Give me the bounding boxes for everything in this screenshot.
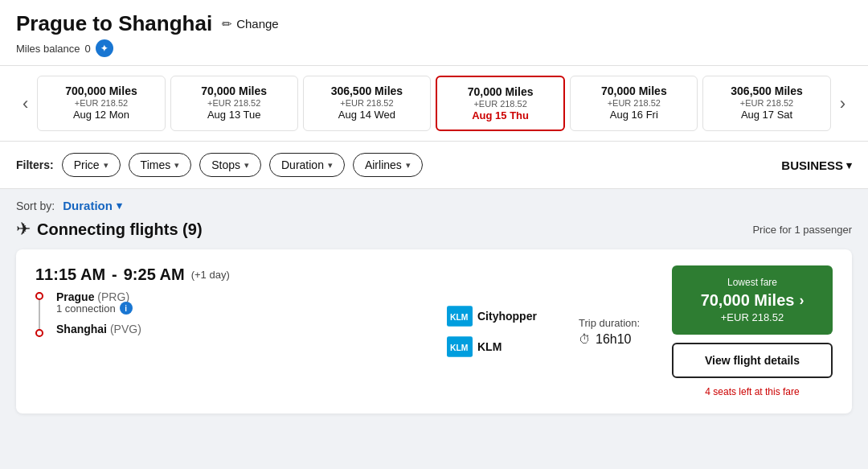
filters-label: Filters: bbox=[16, 158, 54, 171]
date-eur-3: +EUR 218.52 bbox=[444, 99, 557, 109]
price-for-label: Price for 1 passenger bbox=[752, 224, 852, 236]
carousel-next-button[interactable]: › bbox=[833, 90, 852, 117]
flight-times: 11:15 AM - 9:25 AM (+1 day) bbox=[35, 265, 431, 284]
origin-dot bbox=[35, 292, 43, 300]
svg-text:KLM: KLM bbox=[450, 344, 469, 352]
date-eur-1: +EUR 218.52 bbox=[178, 98, 291, 108]
flight-card: 11:15 AM - 9:25 AM (+1 day) Prague (PRG) bbox=[16, 249, 852, 413]
date-card-2[interactable]: 306,500 Miles+EUR 218.52Aug 14 Wed bbox=[303, 76, 431, 131]
filter-label-airlines: Airlines bbox=[365, 158, 402, 171]
class-chevron-icon: ▾ bbox=[846, 159, 852, 171]
date-eur-4: +EUR 218.52 bbox=[577, 98, 690, 108]
filter-label-stops: Stops bbox=[211, 158, 240, 171]
connections-count: 1 connection bbox=[56, 302, 116, 315]
depart-time: 11:15 AM bbox=[35, 265, 105, 284]
carousel-prev-button[interactable]: ‹ bbox=[16, 90, 35, 117]
time-separator: - bbox=[112, 265, 117, 284]
date-eur-5: +EUR 218.52 bbox=[710, 98, 823, 108]
filters-bar: Filters: Price▾Times▾Stops▾Duration▾Airl… bbox=[0, 142, 868, 189]
date-miles-4: 70,000 Miles bbox=[577, 84, 690, 97]
route-line bbox=[39, 300, 40, 329]
sort-chevron-icon: ▾ bbox=[117, 200, 122, 212]
miles-balance-label: Miles balance bbox=[16, 43, 80, 55]
price-section: Lowest fare 70,000 Miles › +EUR 218.52 V… bbox=[672, 265, 833, 397]
date-card-0[interactable]: 700,000 Miles+EUR 218.52Aug 12 Mon bbox=[37, 76, 165, 131]
filter-chevron-icon-3: ▾ bbox=[328, 160, 333, 171]
filter-button-stops[interactable]: Stops▾ bbox=[199, 153, 261, 177]
filter-button-price[interactable]: Price▾ bbox=[62, 153, 121, 177]
view-flight-details-button[interactable]: View flight details bbox=[672, 343, 833, 378]
sort-value: Duration bbox=[63, 199, 113, 212]
date-card-1[interactable]: 70,000 Miles+EUR 218.52Aug 13 Tue bbox=[170, 76, 298, 131]
filter-chevron-icon-2: ▾ bbox=[244, 160, 249, 171]
connecting-flights-icon: ✈ bbox=[16, 219, 31, 240]
klm-logo-bottom: KLM bbox=[447, 336, 473, 357]
filter-button-airlines[interactable]: Airlines▾ bbox=[353, 153, 423, 177]
date-card-5[interactable]: 306,500 Miles+EUR 218.52Aug 17 Sat bbox=[702, 76, 830, 131]
date-miles-3: 70,000 Miles bbox=[444, 85, 557, 98]
filter-chevron-icon-4: ▾ bbox=[406, 160, 411, 171]
pencil-icon: ✏ bbox=[222, 17, 232, 31]
duration-section: Trip duration: ⏱ 16h10 bbox=[559, 265, 672, 397]
date-card-4[interactable]: 70,000 Miles+EUR 218.52Aug 16 Fri bbox=[570, 76, 698, 131]
info-icon[interactable]: i bbox=[120, 302, 133, 315]
date-miles-1: 70,000 Miles bbox=[178, 84, 291, 97]
lowest-fare-button[interactable]: Lowest fare 70,000 Miles › +EUR 218.52 bbox=[672, 265, 833, 335]
sort-label: Sort by: bbox=[16, 200, 55, 212]
fare-miles-row: 70,000 Miles › bbox=[685, 291, 820, 310]
filter-chevron-icon-0: ▾ bbox=[104, 160, 108, 171]
airline-name: Cityhopper bbox=[477, 310, 537, 323]
route-labels: Prague (PRG) 1 connection i Shanghai (PV… bbox=[56, 290, 141, 335]
miles-balance-value: 0 bbox=[85, 43, 91, 55]
date-label-4: Aug 16 Fri bbox=[577, 109, 690, 121]
date-label-1: Aug 13 Tue bbox=[178, 109, 291, 121]
change-label: Change bbox=[236, 17, 279, 31]
flight-info: 11:15 AM - 9:25 AM (+1 day) Prague (PRG) bbox=[35, 265, 431, 397]
filter-button-times[interactable]: Times▾ bbox=[129, 153, 192, 177]
section-header: ✈ Connecting flights (9) Price for 1 pas… bbox=[16, 219, 852, 240]
section-title: Connecting flights (9) bbox=[37, 220, 203, 239]
miles-icon: ✦ bbox=[96, 39, 113, 57]
date-card-3[interactable]: 70,000 Miles+EUR 218.52Aug 15 Thu bbox=[436, 76, 565, 131]
connections-row: 1 connection i bbox=[56, 302, 141, 315]
date-miles-0: 700,000 Miles bbox=[44, 84, 158, 97]
date-miles-2: 306,500 Miles bbox=[310, 84, 424, 97]
duration-value: 16h10 bbox=[596, 332, 632, 347]
filter-button-duration[interactable]: Duration▾ bbox=[269, 153, 345, 177]
fare-miles: 70,000 Miles bbox=[701, 291, 795, 310]
date-carousel: ‹ 700,000 Miles+EUR 218.52Aug 12 Mon70,0… bbox=[0, 66, 868, 142]
seats-warning: 4 seats left at this fare bbox=[672, 386, 833, 397]
class-selector-button[interactable]: BUSINESS ▾ bbox=[781, 158, 852, 172]
date-miles-5: 306,500 Miles bbox=[710, 84, 823, 97]
klm-logo-top: KLM bbox=[447, 306, 473, 327]
lowest-fare-label: Lowest fare bbox=[685, 277, 820, 288]
change-link[interactable]: ✏ Change bbox=[222, 17, 279, 31]
airline-sub-row: KLM KLM bbox=[447, 336, 502, 357]
filter-label-price: Price bbox=[74, 158, 100, 171]
filter-label-times: Times bbox=[141, 158, 171, 171]
airline-name-row: KLM Cityhopper bbox=[447, 306, 537, 327]
sort-select-button[interactable]: Duration ▾ bbox=[63, 199, 122, 212]
date-eur-0: +EUR 218.52 bbox=[44, 98, 158, 108]
svg-text:KLM: KLM bbox=[450, 313, 469, 322]
page-title: Prague to Shanghai bbox=[16, 11, 212, 36]
route-stops bbox=[35, 290, 43, 337]
fare-eur: +EUR 218.52 bbox=[685, 311, 820, 323]
plus-day: (+1 day) bbox=[191, 269, 230, 281]
carousel-dates: 700,000 Miles+EUR 218.52Aug 12 Mon70,000… bbox=[35, 76, 833, 131]
filter-chevron-icon-1: ▾ bbox=[174, 160, 179, 171]
flight-route: Prague (PRG) 1 connection i Shanghai (PV… bbox=[35, 290, 431, 337]
dest-city: Shanghai (PVG) bbox=[56, 323, 141, 335]
date-label-2: Aug 14 Wed bbox=[310, 109, 424, 121]
class-label: BUSINESS bbox=[781, 158, 843, 172]
duration-value-row: ⏱ 16h10 bbox=[579, 332, 653, 347]
clock-icon: ⏱ bbox=[579, 332, 591, 346]
arrive-time: 9:25 AM bbox=[124, 265, 185, 284]
date-label-3: Aug 15 Thu bbox=[444, 109, 557, 121]
date-label-5: Aug 17 Sat bbox=[710, 109, 823, 121]
date-label-0: Aug 12 Mon bbox=[44, 109, 158, 121]
airline-section: KLM Cityhopper KLM KLM bbox=[431, 265, 559, 397]
date-eur-2: +EUR 218.52 bbox=[310, 98, 424, 108]
filter-label-duration: Duration bbox=[281, 158, 324, 171]
sort-bar: Sort by: Duration ▾ bbox=[16, 189, 852, 219]
